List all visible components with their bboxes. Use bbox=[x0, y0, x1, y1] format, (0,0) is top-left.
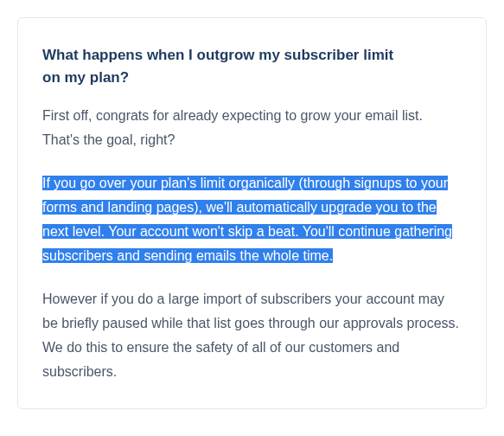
faq-paragraph-2: If you go over your plan's limit organic… bbox=[42, 171, 462, 268]
highlighted-text: If you go over your plan's limit organic… bbox=[42, 176, 452, 263]
faq-paragraph-1: First off, congrats for already expectin… bbox=[42, 104, 462, 152]
faq-card: What happens when I outgrow my subscribe… bbox=[17, 17, 487, 409]
faq-heading: What happens when I outgrow my subscribe… bbox=[42, 44, 405, 88]
faq-paragraph-3: However if you do a large import of subs… bbox=[42, 287, 462, 384]
